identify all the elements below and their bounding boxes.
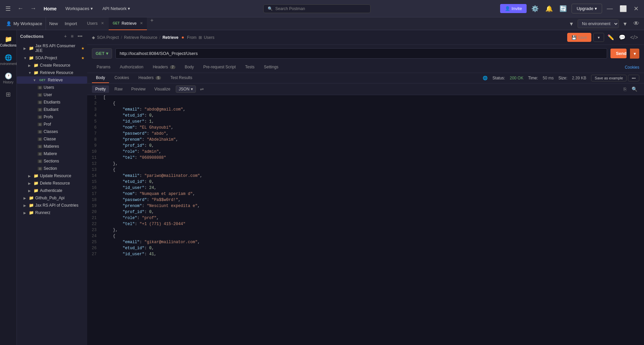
sidebar-item-etudiant[interactable]: ⊞ Etudiant: [17, 106, 87, 113]
folder-icon: 📁: [29, 56, 34, 60]
retrieve-tab-close[interactable]: ✕: [140, 21, 143, 25]
tab-settings[interactable]: Settings: [259, 62, 283, 73]
code-button[interactable]: </>: [629, 33, 639, 42]
sidebar-extra-btn[interactable]: ⊞: [3, 88, 13, 101]
sidebar-item-github-pub-api[interactable]: ▶ 📁 Github_Pub_Api: [17, 194, 87, 202]
resp-tab-body[interactable]: Body: [92, 73, 109, 83]
code-line: 24 {: [87, 234, 644, 240]
save-button[interactable]: 💾 Save: [567, 33, 591, 42]
home-label[interactable]: Home: [44, 6, 57, 11]
format-tab-preview[interactable]: Preview: [128, 85, 149, 93]
resp-tab-cookies[interactable]: Cookies: [110, 73, 133, 83]
more-options-button[interactable]: •••: [76, 33, 84, 40]
sidebar-item-profs[interactable]: ⊞ Profs: [17, 113, 87, 121]
invite-button[interactable]: 👤 Invite: [500, 4, 527, 13]
line-number: 23: [87, 228, 101, 234]
cookies-link[interactable]: Cookies: [625, 65, 639, 70]
workspace-label[interactable]: 👤 My Workspace: [3, 17, 46, 30]
tab-expand-button[interactable]: ▾: [568, 19, 575, 29]
copy-button[interactable]: ⎘: [622, 85, 628, 93]
format-type-dropdown[interactable]: JSON ▾: [176, 85, 196, 93]
tab-params[interactable]: Params: [92, 62, 115, 73]
format-tab-pretty[interactable]: Pretty: [92, 85, 109, 93]
breadcrumb-source[interactable]: Users: [204, 35, 214, 40]
sidebar-collections-btn[interactable]: 📁 Collections: [0, 33, 19, 50]
breadcrumb-project[interactable]: SOA Project: [97, 35, 119, 40]
sidebar-item-section[interactable]: ⊞ Section: [17, 165, 87, 172]
sidebar-item-authenticate[interactable]: ▶ 📁 Authenticate: [17, 187, 87, 194]
sidebar-item-retrieve[interactable]: ▼ GET Retrieve: [17, 76, 87, 84]
sidebar-history-btn[interactable]: 🕐 History: [0, 70, 16, 87]
comment-button[interactable]: 💬: [618, 33, 627, 42]
code-line: 11 "tel": "060908088": [87, 155, 644, 161]
save-as-example-button[interactable]: Save as example: [591, 75, 627, 81]
format-tab-visualize[interactable]: Visualize: [151, 85, 174, 93]
sidebar-item-matiere[interactable]: ⊞ Matiere: [17, 150, 87, 157]
breadcrumb-folder[interactable]: Retrieve Resource: [124, 35, 157, 40]
resp-tab-headers[interactable]: Headers 5: [135, 73, 165, 83]
env-chevron-button[interactable]: ▾: [622, 19, 629, 29]
sidebar-item-user[interactable]: ⊞ User: [17, 91, 87, 98]
eye-button[interactable]: 👁: [631, 19, 641, 28]
users-tab-close[interactable]: ✕: [101, 21, 104, 25]
workspaces-nav[interactable]: Workspaces ▾: [62, 4, 96, 13]
method-select[interactable]: GET ▾: [92, 48, 112, 59]
back-button[interactable]: ←: [15, 4, 25, 13]
wrap-lines-button[interactable]: ⇌: [198, 85, 206, 93]
notifications-button[interactable]: 🔔: [543, 4, 555, 14]
sidebar-item-classe[interactable]: ⊞ Classe: [17, 135, 87, 143]
sidebar-item-users[interactable]: ⊞ Users: [17, 84, 87, 91]
upgrade-button[interactable]: Upgrade ▾: [572, 4, 602, 13]
new-tab-button[interactable]: +: [148, 17, 156, 30]
tab-users[interactable]: Users ✕: [83, 17, 108, 30]
more-options-resp-button[interactable]: •••: [628, 75, 639, 81]
minimize-button[interactable]: —: [605, 4, 615, 13]
sidebar-item-sections[interactable]: ⊞ Sections: [17, 157, 87, 165]
sidebar-item-jax-rs-consumer[interactable]: ▶ 📁 Jax RS API Consumer JEE ★: [17, 42, 87, 54]
format-tab-raw[interactable]: Raw: [111, 85, 126, 93]
search-code-button[interactable]: 🔍: [630, 85, 639, 93]
edit-button[interactable]: ✏️: [606, 33, 615, 42]
response-size: 2.39 KB: [572, 76, 586, 80]
sidebar-item-retrieve-resource[interactable]: ▼ 📁 Retrieve Resource: [17, 69, 87, 76]
sidebar-item-etudiants[interactable]: ⊞ Etudiants: [17, 98, 87, 106]
sidebar-item-prof[interactable]: ⊞ Prof: [17, 121, 87, 128]
star-icon[interactable]: ★: [81, 46, 85, 51]
sidebar-item-delete-resource[interactable]: ▶ 📁 Delete Resource: [17, 180, 87, 187]
search-input[interactable]: 🔍 Search Postman: [263, 4, 371, 13]
tab-headers[interactable]: Headers 7: [148, 62, 180, 73]
sidebar-item-classes[interactable]: ⊞ Classes: [17, 128, 87, 135]
code-line: 15 "etud_id": 0,: [87, 180, 644, 186]
sidebar-tree: Collections + ≡ ••• ▶ 📁 Jax RS API Consu…: [17, 30, 87, 345]
close-button[interactable]: ✕: [632, 4, 641, 14]
maximize-button[interactable]: ⬜: [618, 4, 629, 14]
resp-tab-test-results[interactable]: Test Results: [166, 73, 196, 83]
tab-prerequest[interactable]: Pre-request Script: [199, 62, 240, 73]
tab-tests[interactable]: Tests: [240, 62, 259, 73]
sync-button[interactable]: 🔄: [557, 4, 569, 14]
save-dropdown-button[interactable]: ▾: [593, 33, 604, 42]
hamburger-button[interactable]: ☰: [3, 4, 13, 14]
star-icon[interactable]: ★: [81, 56, 85, 60]
settings-button[interactable]: ⚙️: [529, 4, 541, 14]
forward-button[interactable]: →: [28, 4, 38, 13]
url-input[interactable]: [115, 48, 607, 59]
api-network-nav[interactable]: API Network ▾: [99, 4, 133, 13]
sidebar-item-jax-rs-countries[interactable]: ▶ 📁 Jax RS API of Countries: [17, 202, 87, 209]
new-button[interactable]: New: [47, 20, 61, 27]
tab-authorization[interactable]: Authorization: [115, 62, 148, 73]
sidebar-header-buttons: + ≡ •••: [63, 33, 84, 40]
filter-button[interactable]: ≡: [69, 33, 75, 40]
environment-select[interactable]: No environment: [578, 19, 619, 28]
send-dropdown-button[interactable]: ▾: [630, 49, 639, 59]
tab-body[interactable]: Body: [180, 62, 199, 73]
sidebar-item-update-resource[interactable]: ▶ 📁 Update Resource: [17, 172, 87, 180]
sidebar-item-runnerz[interactable]: ▶ 📁 Runnerz: [17, 209, 87, 216]
sidebar-item-matieres[interactable]: ⊞ Matieres: [17, 143, 87, 150]
sidebar-item-create-resource[interactable]: ▶ 📁 Create Resource: [17, 62, 87, 69]
import-button[interactable]: Import: [62, 20, 80, 27]
sidebar-item-soa-project[interactable]: ▼ 📁 SOA Project ★: [17, 54, 87, 62]
send-button[interactable]: Send: [610, 49, 627, 58]
add-collection-button[interactable]: +: [63, 33, 68, 40]
tab-retrieve[interactable]: GET Retrieve ✕: [109, 17, 147, 30]
